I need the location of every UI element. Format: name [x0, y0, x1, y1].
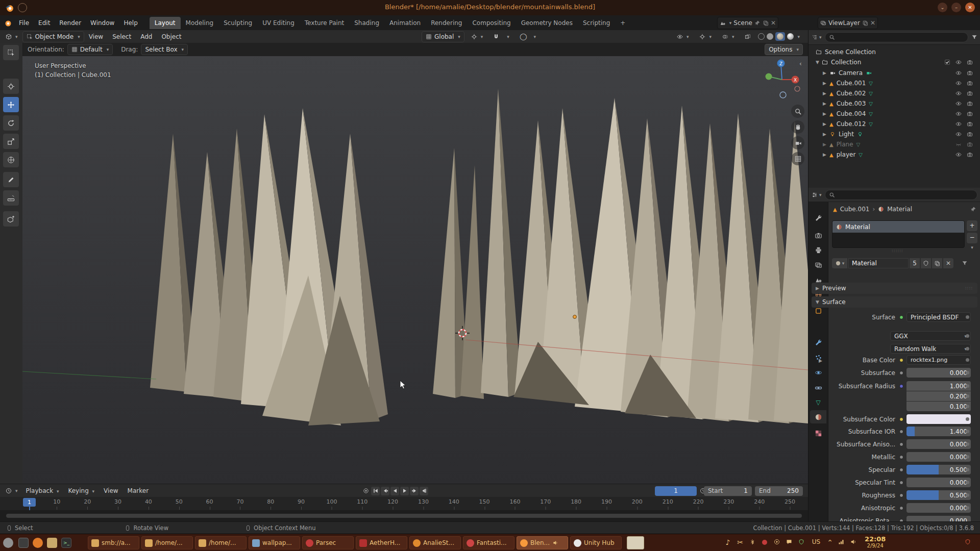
tab-physics[interactable]	[810, 366, 826, 379]
decorator-dot[interactable]	[966, 394, 969, 398]
breadcrumb-data-name[interactable]: Material	[887, 206, 912, 213]
properties-search-input[interactable]	[825, 190, 977, 200]
collection-render-camera-icon[interactable]	[967, 59, 973, 65]
workspace-tab-rendering[interactable]: Rendering	[426, 17, 467, 29]
specular-slider[interactable]: 0.500	[906, 465, 971, 474]
decorator-dot[interactable]	[966, 468, 969, 471]
decorator-dot[interactable]	[966, 358, 969, 362]
add-material-slot-button[interactable]: +	[967, 220, 977, 231]
hide-eye-icon[interactable]	[955, 141, 962, 147]
window-close-button[interactable]: ✕	[965, 3, 975, 12]
outliner-editor-type-icon[interactable]: ▾	[812, 34, 822, 40]
workspace-add-button[interactable]: +	[615, 17, 630, 29]
fake-user-shield-button[interactable]	[921, 258, 931, 268]
row-expand-arrow[interactable]: ▶	[823, 91, 826, 96]
tool-add-cube[interactable]	[3, 211, 19, 227]
blender-app-icon[interactable]	[4, 19, 12, 27]
row-expand-arrow[interactable]: ▶	[823, 70, 826, 76]
timeline-editor-type-button[interactable]: ▾	[2, 486, 21, 495]
collection-hide-eye-icon[interactable]	[955, 59, 962, 65]
outliner-row-cube001[interactable]: ▶ ▲ Cube.001 ▽	[808, 78, 980, 88]
render-camera-icon[interactable]	[967, 90, 973, 96]
tab-texture[interactable]	[810, 427, 826, 440]
material-name-field[interactable]: Material	[848, 258, 909, 268]
overlays-toggle[interactable]: ▾	[719, 32, 738, 41]
row-expand-arrow[interactable]: ▶	[823, 111, 826, 116]
timeline-menu-keying[interactable]: Keying ▾	[63, 485, 99, 497]
sidebar-collapse-arrow[interactable]: ‹	[799, 60, 802, 67]
shading-wireframe-button[interactable]	[758, 33, 765, 40]
snap-settings-dropdown[interactable]: ▾	[502, 33, 513, 41]
surface-shader-dropdown[interactable]: Principled BSDF	[906, 312, 971, 322]
workspace-tab-scripting[interactable]: Scripting	[578, 17, 615, 29]
render-camera-icon[interactable]	[967, 80, 973, 86]
tool-rotate[interactable]	[3, 115, 19, 131]
start-menu-button[interactable]	[3, 538, 13, 548]
menu-help[interactable]: Help	[119, 17, 142, 29]
hide-eye-icon[interactable]	[955, 101, 962, 107]
remove-viewlayer-icon[interactable]: ✕	[870, 19, 875, 27]
decorator-dot[interactable]	[966, 493, 969, 497]
pivot-point-dropdown[interactable]: ▾	[468, 32, 487, 41]
transform-orientation-dropdown[interactable]: Global ▾	[422, 31, 464, 42]
row-expand-arrow[interactable]: ▶	[823, 101, 826, 106]
tool-move[interactable]	[3, 97, 19, 112]
frame-end-field[interactable]: End250	[755, 486, 803, 496]
decorator-dot[interactable]	[966, 334, 969, 338]
material-slot-item[interactable]: Material	[832, 221, 964, 233]
tab-modifiers[interactable]	[810, 336, 826, 349]
play-reverse-button[interactable]	[390, 487, 399, 495]
slot-list-resize-grip[interactable]: ∷∷∷	[832, 248, 964, 254]
jump-to-start-button[interactable]	[371, 487, 380, 495]
row-expand-arrow[interactable]: ▶	[823, 152, 826, 157]
nav-gizmo[interactable]: Z X	[766, 60, 800, 98]
tray-expand-caret-icon[interactable]: ⌃	[825, 538, 835, 546]
next-keyframe-button[interactable]	[410, 487, 419, 495]
anisotropic-rotation-slider[interactable]: 0.000	[906, 516, 971, 521]
surface-panel-header[interactable]: ▼ Surface	[812, 296, 977, 308]
collection-checkbox[interactable]	[944, 59, 950, 65]
decorator-dot[interactable]	[966, 481, 969, 484]
viewport-camera-view-button[interactable]	[791, 136, 804, 149]
current-frame-field[interactable]: 1	[655, 486, 697, 496]
tool-transform[interactable]	[3, 152, 19, 167]
firefox-launcher-icon[interactable]	[33, 538, 43, 548]
collection-expand-arrow[interactable]: ▼	[816, 60, 819, 65]
base-color-expand-arrow[interactable]: ▶	[819, 358, 822, 363]
taskbar-window-unnamed[interactable]	[627, 536, 644, 549]
outliner-row-cube003[interactable]: ▶ ▲ Cube.003 ▽	[808, 98, 980, 109]
radius-x-field[interactable]: 1.000	[906, 381, 971, 391]
frame-start-field[interactable]: Start1	[704, 486, 752, 496]
material-filter-icon[interactable]	[959, 258, 971, 268]
jump-to-end-button[interactable]	[420, 487, 428, 495]
tray-chat-icon[interactable]	[784, 538, 794, 546]
workspace-tab-geometry-nodes[interactable]: Geometry Nodes	[516, 17, 578, 29]
breadcrumb-object-name[interactable]: Cube.001	[840, 206, 870, 213]
render-camera-icon[interactable]	[967, 121, 973, 127]
mode-dropdown[interactable]: Object Mode ▾	[22, 31, 84, 42]
material-users-count-button[interactable]: 5	[910, 258, 920, 268]
taskbar-window-unityhub[interactable]: Unity Hub	[570, 536, 622, 549]
drag-setting-dropdown[interactable]: Select Box ▾	[141, 44, 188, 55]
properties-editor-type-icon[interactable]: ▾	[812, 192, 822, 198]
menu-edit[interactable]: Edit	[34, 17, 55, 29]
tray-volume-icon[interactable]	[848, 538, 859, 546]
metallic-slider[interactable]: 0.000	[906, 452, 971, 462]
workspace-tab-uv-editing[interactable]: UV Editing	[257, 17, 300, 29]
viewlayer-selector[interactable]: ViewLayer ✕	[818, 17, 878, 29]
taskbar-window-wallpaper[interactable]: wallpap...	[249, 536, 300, 549]
menu-select[interactable]: Select	[108, 31, 136, 43]
proportional-falloff-dropdown[interactable]: ▾	[528, 33, 540, 41]
tray-network-icon[interactable]	[836, 538, 846, 546]
taskbar-window-home2[interactable]: /home/...	[195, 536, 247, 549]
material-slot-list[interactable]: Material	[832, 220, 965, 248]
scene-selector[interactable]: ▾ Scene ✕	[717, 17, 778, 29]
outliner-row-cube012[interactable]: ▶ ▲ Cube.012 ▽	[808, 119, 980, 129]
render-camera-icon[interactable]	[967, 152, 973, 158]
render-camera-icon[interactable]	[967, 111, 973, 117]
distribution-dropdown[interactable]: GGX▾	[890, 331, 971, 341]
menu-render[interactable]: Render	[55, 17, 86, 29]
outliner-row-plane[interactable]: ▶ ▲ Plane ▽	[808, 139, 980, 149]
tab-view-layer[interactable]	[810, 258, 826, 271]
tool-cursor[interactable]	[3, 79, 19, 94]
